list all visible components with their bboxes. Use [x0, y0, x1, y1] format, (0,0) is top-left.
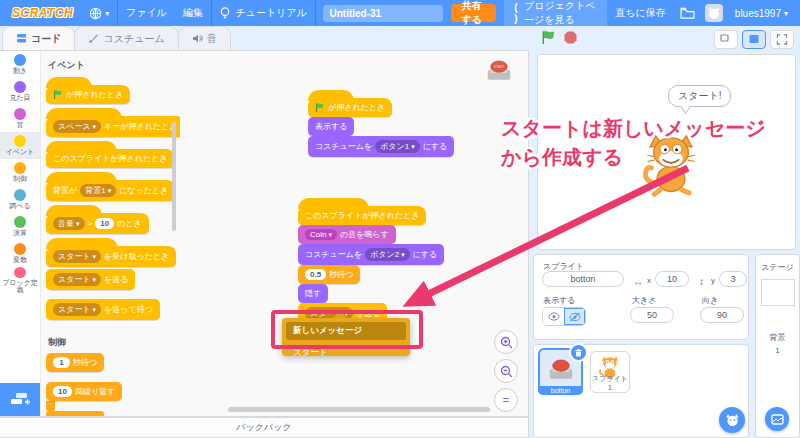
add-extension-button[interactable]	[0, 383, 40, 416]
category-item-6[interactable]: 演算	[0, 213, 40, 240]
category-item-2[interactable]: 音	[0, 105, 40, 132]
zoom-reset-button[interactable]: =	[494, 388, 518, 412]
block-repeat[interactable]: 10回繰り返す	[46, 382, 122, 401]
category-item-5[interactable]: 調べる	[0, 186, 40, 213]
horizontal-scrollbar[interactable]	[228, 407, 490, 412]
green-flag-button[interactable]	[541, 30, 556, 49]
block-when-backdrop-switches[interactable]: 背景が背景1になったとき	[46, 180, 175, 201]
direction-label: 向き	[702, 295, 718, 306]
block-show[interactable]: 表示する	[308, 117, 354, 136]
block-dropdown-field[interactable]: スタート	[53, 273, 101, 286]
stage-selector-panel[interactable]: ステージ 背景 1	[755, 254, 800, 438]
divider	[315, 0, 316, 26]
block-number-input[interactable]: 1	[53, 357, 70, 368]
zoom-out-button[interactable]	[494, 359, 518, 383]
script-area[interactable]: START が押されたとき表示するコスチュームをボタン1にする このスプライトが…	[180, 51, 528, 416]
block-wait-seconds[interactable]: 1秒待つ	[46, 353, 104, 372]
block-broadcast[interactable]: スタートを送る	[46, 269, 135, 290]
block-text: のとき	[117, 218, 142, 229]
account-menu[interactable]: blues1997 ▾	[727, 0, 800, 26]
category-item-0[interactable]: 動き	[0, 51, 40, 78]
add-backdrop-button[interactable]	[765, 407, 789, 431]
backdrop-count: 1	[756, 346, 799, 355]
sprite-tile-label: botton	[538, 386, 583, 395]
direction-input[interactable]: 90	[700, 307, 744, 323]
category-item-1[interactable]: 見た目	[0, 78, 40, 105]
code-workspace: 動き見た目音イベント制御調べる演算変数ブロック定義 イベント が押されたときスペ…	[0, 50, 529, 417]
block-text: になったとき	[119, 185, 168, 196]
block-dropdown-field[interactable]: ボタン2	[365, 248, 410, 261]
project-page-button[interactable]: ( ) プロジェクトページを見る	[504, 0, 607, 26]
folder-button[interactable]	[674, 0, 701, 26]
tab-sounds[interactable]: 音	[178, 26, 231, 50]
y-input[interactable]: 3	[719, 271, 747, 287]
add-backdrop-icon	[771, 414, 784, 425]
large-stage-button[interactable]	[742, 30, 766, 49]
block-wait-seconds[interactable]: 0.5秒待つ	[298, 265, 360, 284]
zoom-out-icon	[500, 365, 513, 378]
category-item-7[interactable]: 変数	[0, 240, 40, 267]
delete-sprite-button[interactable]	[569, 343, 588, 362]
block-when-loudness-greater[interactable]: 音量>10のとき	[46, 213, 149, 234]
fullscreen-button[interactable]	[770, 30, 794, 49]
block-dropdown-field[interactable]: Coin	[305, 229, 337, 240]
block-text: の音を鳴らす	[340, 229, 389, 240]
stop-button[interactable]	[564, 30, 577, 48]
button-start-label: START	[494, 65, 505, 69]
block-when-flag-clicked[interactable]: が押されたとき	[308, 98, 392, 117]
block-broadcast-and-wait[interactable]: スタートを送って待つ	[46, 299, 160, 320]
block-text: が押されたとき	[328, 102, 385, 113]
block-when-key-pressed[interactable]: スペースキーが押されたとき	[46, 116, 180, 137]
backpack-bar[interactable]: バックパック	[0, 417, 529, 438]
block-dropdown-field[interactable]: ボタン1	[375, 140, 420, 153]
button-sprite-thumbnail	[546, 356, 576, 382]
menu-file[interactable]: ファイル	[118, 0, 175, 26]
sprite-tile-botton[interactable]: botton	[538, 348, 583, 395]
block-when-flag-clicked[interactable]: が押されたとき	[46, 85, 130, 104]
block-switch-costume[interactable]: コスチュームをボタン2にする	[298, 244, 444, 265]
menu-tutorials[interactable]: チュートリアル	[211, 0, 314, 26]
block-text: が押されたとき	[66, 89, 123, 100]
category-dot	[14, 54, 26, 66]
block-hide[interactable]: 隠す	[298, 284, 328, 303]
language-selector[interactable]: ▾	[81, 0, 117, 26]
sprite-name-input[interactable]: botton	[542, 271, 624, 287]
category-item-3[interactable]: イベント	[0, 132, 40, 159]
block-number-input[interactable]: 10	[95, 218, 114, 229]
block-when-sprite-clicked[interactable]: このスプライトが押されたとき	[298, 206, 426, 225]
x-input[interactable]: 10	[655, 271, 689, 287]
show-button[interactable]	[543, 308, 564, 325]
block-when-sprite-clicked[interactable]: このスプライトが押されたとき	[46, 149, 174, 168]
block-switch-costume[interactable]: コスチュームをボタン1にする	[308, 136, 454, 157]
size-input[interactable]: 50	[630, 307, 674, 323]
block-dropdown-field[interactable]: スタート	[53, 250, 101, 263]
block-when-i-receive[interactable]: スタートを受け取ったとき	[46, 246, 176, 267]
block-number-input[interactable]: 0.5	[305, 269, 326, 280]
add-sprite-button[interactable]	[719, 407, 745, 433]
small-stage-button[interactable]	[714, 30, 738, 49]
block-number-input[interactable]: 10	[53, 386, 72, 397]
block-dropdown-field[interactable]: 音量	[53, 217, 85, 230]
hide-button[interactable]	[564, 308, 585, 325]
zoom-in-button[interactable]	[494, 330, 518, 354]
tab-code[interactable]: コード	[2, 26, 75, 50]
category-item-4[interactable]: 制御	[0, 159, 40, 186]
avatar[interactable]	[705, 4, 723, 22]
menu-edit[interactable]: 編集	[175, 0, 211, 26]
block-play-sound[interactable]: Coinの音を鳴らす	[298, 225, 396, 244]
tab-costumes[interactable]: コスチューム	[74, 26, 178, 50]
sprite-tile-cat[interactable]: スプライト1	[590, 351, 630, 393]
scratch-logo[interactable]: SCRATCH	[4, 0, 81, 26]
block-dropdown-field[interactable]: スペース	[53, 120, 101, 133]
block-dropdown-field[interactable]: スタート	[53, 303, 101, 316]
project-name-input[interactable]	[323, 5, 443, 22]
block-dropdown-field[interactable]: 背景1	[80, 184, 116, 197]
save-now-button[interactable]: 直ちに保存	[607, 0, 673, 26]
palette-scrollbar[interactable]	[172, 121, 176, 231]
c-block-arm	[46, 401, 55, 411]
share-button[interactable]: 共有する	[451, 4, 496, 22]
backdrop-thumbnail	[761, 279, 795, 306]
category-item-8[interactable]: ブロック定義	[0, 267, 40, 294]
code-blocks-icon	[16, 33, 27, 44]
category-label: 調べる	[9, 202, 30, 210]
